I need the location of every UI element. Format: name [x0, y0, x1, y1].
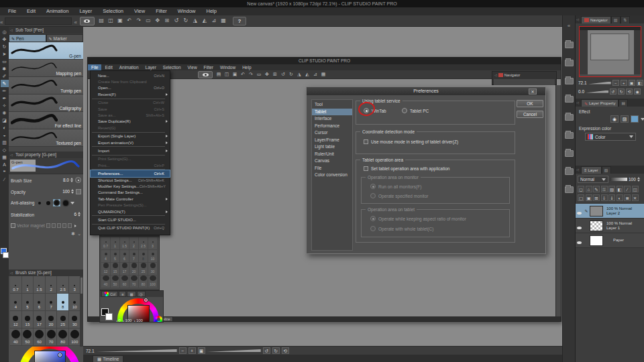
- collapse-right-icon[interactable]: [568, 18, 570, 30]
- brush-size-cell[interactable]: 1.5: [34, 276, 46, 294]
- toolbar-icon[interactable]: ↺: [172, 17, 180, 25]
- layer-opacity-value[interactable]: 100: [629, 177, 636, 182]
- preferences-category[interactable]: Canvas: [312, 158, 352, 165]
- preferences-category[interactable]: File: [312, 165, 352, 172]
- toolbar-icon[interactable]: ▦: [219, 17, 227, 25]
- tool-icon[interactable]: ✎: [1, 80, 9, 87]
- collapse-left-icon[interactable]: [0, 15, 3, 27]
- tool-icon[interactable]: ◎: [1, 28, 9, 36]
- pen-pressure-icon[interactable]: [75, 177, 81, 183]
- two-pane-icon[interactable]: ◫: [632, 186, 639, 192]
- brush-size-cell[interactable]: 1.5: [120, 237, 129, 250]
- wrench-icon[interactable]: ⌄: [77, 231, 81, 237]
- brush-size-cell[interactable]: 15: [111, 263, 120, 276]
- gear-icon[interactable]: ✱: [71, 231, 75, 237]
- tool-icon[interactable]: ✏: [1, 87, 9, 95]
- tool-icon[interactable]: ↻: [1, 43, 9, 50]
- navigator-zoom-value[interactable]: 72.1: [578, 80, 587, 85]
- chevron-down-icon[interactable]: [70, 202, 74, 204]
- menu-bar-item[interactable]: Window: [172, 7, 201, 15]
- preferences-category[interactable]: Layer/Frame: [312, 137, 352, 144]
- brush-size-cell[interactable]: 20: [129, 263, 139, 276]
- rotate-right-icon[interactable]: ↻: [618, 88, 625, 95]
- toolbar-icon[interactable]: ◫: [107, 17, 115, 25]
- color-history-tab[interactable]: ◷: [137, 291, 146, 297]
- brush-size-cell[interactable]: 17: [34, 311, 46, 328]
- toolbar-icon[interactable]: ▭: [144, 17, 152, 25]
- enable-mask-icon[interactable]: ◧: [616, 186, 623, 192]
- canvas-zoom-slider[interactable]: [97, 349, 177, 352]
- new-folder-icon[interactable]: ⊞: [593, 194, 600, 201]
- apply-mask-icon[interactable]: ≣: [624, 194, 631, 201]
- subtool-item[interactable]: G-pen: [9, 42, 83, 60]
- opacity-option-icon[interactable]: [76, 189, 81, 194]
- visibility-button[interactable]: [80, 17, 95, 25]
- toolbar-icon[interactable]: ↷: [248, 70, 254, 78]
- cancel-button[interactable]: Cancel: [517, 111, 543, 118]
- toolbar-icon[interactable]: ✥: [264, 70, 270, 78]
- toolbar-icon[interactable]: ↻: [182, 17, 190, 25]
- ruler-icon[interactable]: ∕: [624, 186, 631, 192]
- fit-screen-icon[interactable]: ▣: [198, 347, 205, 354]
- menu-item[interactable]: Open... Ctrl+O: [91, 85, 170, 91]
- inner-menu-item[interactable]: View: [184, 64, 201, 70]
- menu-item[interactable]: Recent(F): [91, 91, 170, 97]
- tool-icon[interactable]: ▦: [1, 154, 9, 161]
- preferences-category[interactable]: Light table: [312, 143, 352, 151]
- toolbar-icon[interactable]: ⊿: [210, 17, 218, 25]
- brush-size-cell[interactable]: 3: [69, 276, 81, 294]
- canvas-zoom-value[interactable]: 72.1: [86, 349, 95, 353]
- toolbar-icon[interactable]: ◮: [296, 70, 303, 78]
- preferences-category[interactable]: Interface: [312, 115, 352, 123]
- menu-item[interactable]: Close Ctrl+W: [91, 100, 170, 106]
- ok-button[interactable]: OK: [517, 100, 543, 107]
- brush-size-cell[interactable]: 30: [148, 263, 158, 276]
- brush-size-cell[interactable]: 100: [148, 276, 158, 288]
- menu-item[interactable]: Save as... Shift+Alt+S: [91, 112, 170, 118]
- toolbar-icon[interactable]: ◮: [191, 17, 199, 25]
- material-folder-icon[interactable]: [565, 168, 574, 175]
- color-set-tab[interactable]: ▦: [127, 291, 136, 297]
- subtool-tab[interactable]: ✎Pen: [9, 34, 46, 42]
- blend-mode-dropdown[interactable]: Normal: [578, 176, 608, 183]
- hue-marker[interactable]: [144, 298, 148, 302]
- anti-aliasing-medium-button[interactable]: [53, 199, 60, 206]
- zoom-out-icon[interactable]: −: [179, 347, 186, 354]
- tabletpc-label[interactable]: Tablet PC: [410, 109, 429, 113]
- tool-icon[interactable]: A: [1, 161, 9, 168]
- layer-property-tab[interactable]: ✎Layer Property: [581, 99, 619, 107]
- brush-size-cell[interactable]: 8: [57, 294, 69, 311]
- item-bank-tab[interactable]: ⇅: [621, 16, 630, 23]
- subtool-tab[interactable]: ✎Marker: [46, 34, 84, 42]
- brush-size-cell[interactable]: 1: [22, 276, 34, 294]
- secondary-color-swatch[interactable]: [3, 252, 9, 258]
- tool-icon[interactable]: ◇: [1, 146, 9, 154]
- menu-item[interactable]: Quit CLIP STUDIO PAINT(X) Ctrl+Q: [91, 225, 170, 231]
- rotate-right-icon[interactable]: ↻: [272, 347, 280, 354]
- color-wheel-tab[interactable]: Col: [101, 291, 118, 297]
- navigator-rotation-value[interactable]: 0.0: [578, 89, 584, 94]
- brush-size-cell[interactable]: 12: [10, 311, 22, 328]
- zoom-in-icon[interactable]: +: [621, 80, 627, 86]
- stabilization-stepper[interactable]: [78, 211, 81, 217]
- zoom-out-icon[interactable]: −: [612, 80, 619, 86]
- menu-item[interactable]: Export animation(V): [91, 139, 170, 145]
- menu-item[interactable]: Shortcut Settings... Ctrl+Shift+Alt+K: [91, 177, 170, 183]
- inner-menu-item[interactable]: File: [88, 64, 101, 70]
- inner-navigator-tab[interactable]: Navigator: [504, 73, 521, 77]
- material-folder-icon[interactable]: [565, 186, 574, 193]
- set-operation-area-label[interactable]: Set tablet operation area with applicati…: [371, 166, 449, 171]
- tool-icon[interactable]: ∕: [1, 176, 9, 183]
- subtool-item[interactable]: Textured pen: [9, 129, 83, 147]
- hsv-value[interactable]: 100: [123, 318, 132, 322]
- brush-size-cell[interactable]: 2.5: [57, 276, 69, 294]
- material-folder-icon[interactable]: [565, 132, 574, 139]
- layer-opacity-slider[interactable]: [610, 178, 627, 181]
- brush-size-cell[interactable]: 2: [46, 276, 58, 294]
- brush-size-cell[interactable]: 20: [46, 311, 58, 328]
- color-wheel-icon[interactable]: [155, 316, 162, 322]
- tool-icon[interactable]: ◒: [1, 131, 9, 139]
- draft-layer-icon[interactable]: ✎: [593, 186, 600, 192]
- subtool-item[interactable]: For effect line: [9, 112, 83, 129]
- brush-size-cell[interactable]: 17: [120, 263, 129, 276]
